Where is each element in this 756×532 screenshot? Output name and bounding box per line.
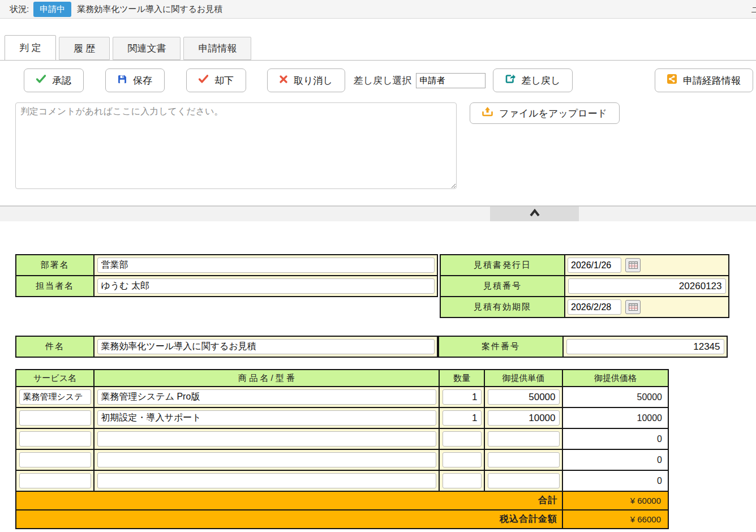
estimate-form: 部署名 担当者名 見積書発行日 見積番号 [0,254,756,529]
document-title: 業務効率化ツール導入に関するお見積 [77,4,222,15]
remand-button[interactable]: 差し戻し [493,68,573,92]
route-info-label: 申請経路情報 [683,74,741,87]
department-input[interactable] [97,258,435,273]
expiry-label: 見積有効期限 [440,297,565,318]
col-qty: 数量 [439,370,484,387]
item-row: 10000 [16,407,668,428]
tab-history[interactable]: 履 歴 [59,37,110,60]
product-input[interactable] [97,473,436,488]
total-tax-value: ¥ 66000 [562,510,668,529]
check-icon [199,75,208,86]
product-input[interactable] [97,389,436,405]
unit-price-input[interactable] [488,410,560,426]
case-no-label: 案件番号 [439,336,563,357]
form-row-top: 部署名 担当者名 見積書発行日 見積番号 [15,254,756,318]
tab-related-documents[interactable]: 関連文書 [113,37,181,60]
judgement-comment-textarea[interactable] [15,102,457,189]
upload-icon [482,107,493,119]
cancel-label: 取り消し [294,74,333,87]
cancel-button[interactable]: 取り消し [267,68,345,92]
collapse-bar [0,205,756,221]
service-input[interactable] [19,410,91,426]
subject-label: 件名 [16,336,94,357]
x-icon [280,75,287,86]
col-unit-price: 御提供単価 [484,370,562,387]
tab-judgement[interactable]: 判 定 [5,35,56,61]
tab-bar: 判 定 履 歴 関連文書 申請情報 [0,35,756,61]
case-no-input[interactable] [566,339,724,354]
department-table: 部署名 担当者名 [15,254,438,297]
collapse-toggle[interactable] [490,207,579,221]
upload-file-button[interactable]: ファイルをアップロード [470,102,620,124]
qty-input[interactable] [443,410,482,426]
status-bar: 状況: 申請中 業務効率化ツール導入に関するお見積 ユ [0,0,756,19]
price-value: 0 [562,470,668,491]
col-service: サービス名 [16,370,94,387]
approve-label: 承認 [52,74,71,87]
floppy-disk-icon [118,75,127,87]
subject-input[interactable] [97,339,435,354]
qty-input[interactable] [443,473,482,488]
unit-price-input[interactable] [488,473,560,488]
product-input[interactable] [97,410,436,426]
route-info-button[interactable]: 申請経路情報 [655,68,753,92]
redo-box-icon [505,74,516,87]
unit-price-input[interactable] [488,431,560,447]
quote-meta-table: 見積書発行日 見積番号 見積有効期限 [440,254,729,318]
items-table: サービス名 商 品 名 / 型 番 数量 御提供単価 御提供価格 50000 1… [15,369,669,529]
item-row: 0 [16,428,668,449]
remand-select-input[interactable] [416,73,486,88]
items-header-row: サービス名 商 品 名 / 型 番 数量 御提供単価 御提供価格 [16,370,668,387]
total-value: ¥ 60000 [562,491,668,510]
col-price: 御提供価格 [562,370,668,387]
price-value: 0 [562,428,668,449]
product-input[interactable] [97,452,436,467]
reject-button[interactable]: 却下 [186,68,246,92]
reject-label: 却下 [214,74,234,87]
share-nodes-icon [667,74,677,87]
total-label: 合計 [16,491,562,510]
unit-price-input[interactable] [488,452,560,467]
calendar-icon[interactable] [625,258,641,272]
total-tax-label: 税込合計金額 [16,510,562,529]
status-badge: 申請中 [33,2,71,17]
subject-table: 件名 [15,336,438,358]
quote-no-input[interactable] [568,278,726,294]
item-row: 0 [16,470,668,491]
qty-input[interactable] [443,452,482,467]
unit-price-input[interactable] [488,389,560,405]
quote-no-label: 見積番号 [440,276,565,297]
person-input[interactable] [97,278,435,294]
comment-row: ファイルをアップロード [15,102,756,189]
service-input[interactable] [19,431,91,447]
price-value: 10000 [562,407,668,428]
save-label: 保存 [133,74,152,87]
approve-button[interactable]: 承認 [24,68,84,92]
expiry-date-input[interactable] [568,299,621,315]
status-label: 状況: [10,4,29,15]
item-row: 0 [16,449,668,470]
remand-label: 差し戻し [522,74,561,87]
tab-application-info[interactable]: 申請情報 [183,37,251,60]
issue-date-input[interactable] [568,258,621,273]
item-row: 50000 [16,387,668,407]
issue-date-label: 見積書発行日 [440,255,565,276]
total-tax-row: 税込合計金額 ¥ 66000 [16,510,668,529]
service-input[interactable] [19,473,91,488]
department-label: 部署名 [16,255,94,276]
qty-input[interactable] [443,389,482,405]
price-value: 50000 [562,387,668,407]
price-value: 0 [562,449,668,470]
total-row: 合計 ¥ 60000 [16,491,668,510]
chevron-up-icon [529,209,541,220]
form-row-subject: 件名 案件番号 [15,336,756,358]
toolbar: 承認 保存 却下 取り消し 差し戻し選択 差し戻し 申請経路情報 [24,68,753,92]
product-input[interactable] [97,431,436,447]
calendar-icon[interactable] [625,300,641,314]
col-product: 商 品 名 / 型 番 [94,370,439,387]
service-input[interactable] [19,389,91,405]
service-input[interactable] [19,452,91,467]
qty-input[interactable] [443,431,482,447]
remand-select-label: 差し戻し選択 [354,74,412,87]
save-button[interactable]: 保存 [105,68,165,92]
